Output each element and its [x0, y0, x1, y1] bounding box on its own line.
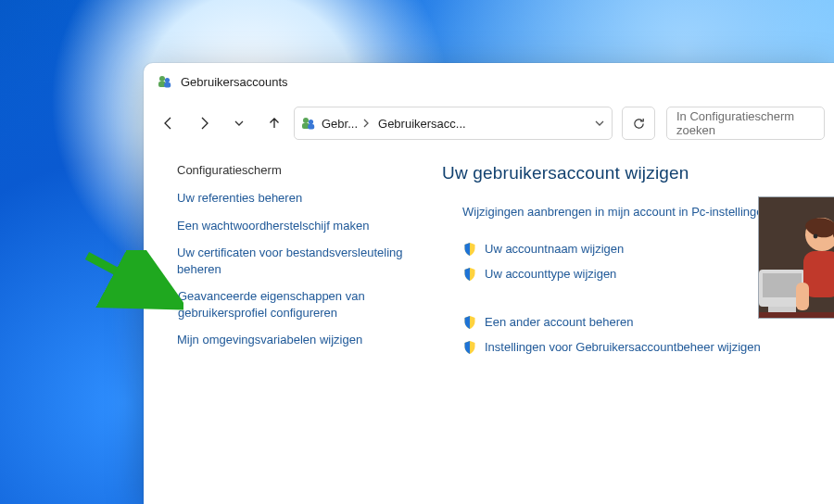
shield-icon — [157, 289, 171, 304]
sidebar-link-advanced-profile[interactable]: Geavanceerde eigenschappen van gebruiker… — [157, 288, 420, 321]
link-manage-other-account[interactable]: Een ander account beheren — [462, 314, 777, 331]
sidebar-item-label: Een wachtwoordherstelschijf maken — [177, 218, 369, 234]
shield-icon — [462, 267, 477, 282]
sidebar-item-label: Uw referenties beheren — [177, 190, 302, 207]
svg-point-6 — [309, 119, 313, 123]
svg-point-2 — [165, 77, 170, 82]
titlebar: Gebruikersaccounts — [144, 63, 834, 100]
svg-point-14 — [814, 234, 818, 239]
link-uac-settings[interactable]: Instellingen voor Gebruikersaccountbehee… — [462, 339, 777, 356]
window-title: Gebruikersaccounts — [181, 75, 288, 89]
link-label: Een ander account beheren — [485, 314, 633, 331]
link-change-account-type[interactable]: Uw accounttype wijzigen — [462, 266, 777, 283]
shield-icon — [462, 242, 477, 257]
svg-rect-3 — [164, 82, 171, 88]
svg-point-4 — [303, 118, 309, 123]
search-placeholder: In Configuratiescherm zoeken — [676, 109, 815, 137]
chevron-right-icon — [360, 117, 373, 130]
toolbar: Gebr... Gebruikersacc... In Configuratie… — [144, 100, 834, 146]
content-area: Uw gebruikersaccount wijzigen Wijziginge… — [436, 159, 834, 365]
breadcrumb-segment[interactable]: Gebr... — [322, 117, 373, 131]
breadcrumb-label: Gebruikersacc... — [378, 117, 466, 131]
svg-rect-7 — [308, 124, 314, 130]
svg-rect-12 — [759, 312, 834, 318]
up-button[interactable] — [259, 107, 290, 139]
shield-icon — [462, 315, 477, 330]
control-panel-window: Gebruikersaccounts Gebr... — [144, 63, 834, 504]
sidebar-link-manage-certificates[interactable]: Uw certificaten voor bestandsversleuteli… — [177, 245, 420, 277]
sidebar-item-label: Mijn omgevingsvariabelen wijzigen — [177, 332, 362, 348]
svg-rect-11 — [768, 307, 796, 312]
sidebar-item-label: Geavanceerde eigenschappen van gebruiker… — [178, 288, 420, 321]
back-button[interactable] — [153, 107, 184, 139]
page-heading: Uw gebruikersaccount wijzigen — [442, 163, 834, 183]
user-accounts-icon — [157, 74, 172, 90]
link-label: Uw accounttype wijzigen — [485, 266, 616, 283]
svg-rect-16 — [796, 283, 809, 310]
user-accounts-icon — [300, 116, 316, 132]
sidebar-link-env-vars[interactable]: Mijn omgevingsvariabelen wijzigen — [177, 332, 420, 348]
link-label: Wijzigingen aanbrengen in mijn account i… — [462, 204, 770, 220]
sidebar: Configuratiescherm Uw referenties behere… — [144, 159, 436, 365]
link-change-account-name[interactable]: Uw accountnaam wijzigen — [462, 241, 777, 258]
address-bar[interactable]: Gebr... Gebruikersacc... — [294, 107, 613, 140]
sidebar-item-label: Uw certificaten voor bestandsversleuteli… — [177, 245, 420, 277]
sidebar-link-password-reset-disk[interactable]: Een wachtwoordherstelschijf maken — [177, 218, 420, 234]
svg-rect-10 — [763, 273, 802, 297]
svg-point-0 — [159, 76, 165, 82]
link-pc-settings[interactable]: Wijzigingen aanbrengen in mijn account i… — [462, 204, 777, 220]
breadcrumb-segment[interactable]: Gebruikersacc... — [378, 117, 466, 131]
search-input[interactable]: In Configuratiescherm zoeken — [666, 107, 825, 140]
refresh-button[interactable] — [622, 107, 655, 140]
link-label: Uw accountnaam wijzigen — [485, 241, 624, 258]
account-avatar — [758, 196, 834, 319]
shield-icon — [462, 340, 477, 355]
sidebar-heading[interactable]: Configuratiescherm — [177, 163, 420, 177]
address-dropdown-button[interactable] — [593, 117, 606, 130]
sidebar-link-credentials[interactable]: Uw referenties beheren — [177, 190, 420, 207]
breadcrumb-label: Gebr... — [322, 117, 358, 131]
recent-locations-button[interactable] — [223, 107, 255, 139]
link-label: Instellingen voor Gebruikersaccountbehee… — [485, 339, 761, 356]
forward-button[interactable] — [188, 107, 220, 139]
